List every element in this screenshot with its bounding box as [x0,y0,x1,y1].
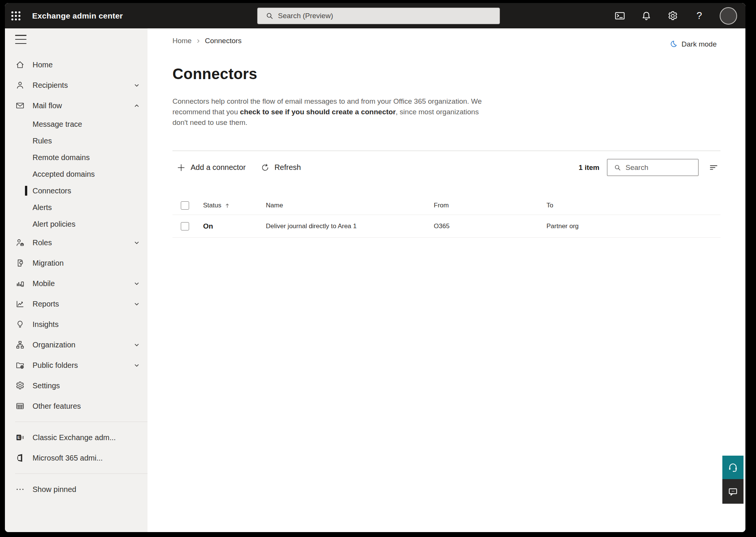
add-connector-button[interactable]: Add a connector [172,160,250,176]
page-description: Connectors help control the flow of emai… [172,96,492,128]
svg-text:E: E [17,435,20,440]
chevron-down-icon [134,301,140,307]
sidebar-divider [15,473,147,474]
sort-ascending-icon [224,202,230,209]
sidebar-item-alerts[interactable]: Alerts [5,199,147,216]
chevron-down-icon [134,82,140,89]
row-status: On [203,222,213,230]
sidebar-item-insights[interactable]: Insights [5,314,147,335]
feedback-button[interactable] [722,479,744,504]
help-icon: ? [697,10,702,22]
breadcrumb: Home Connectors [172,37,242,45]
chevron-down-icon [134,342,140,348]
sidebar-item-alert-policies[interactable]: Alert policies [5,216,147,232]
app-title: Exchange admin center [32,11,123,20]
collapse-nav-button[interactable] [15,35,26,44]
app-launcher-button[interactable] [5,3,27,28]
filter-lines-icon [708,162,719,173]
sidebar-item-mobile[interactable]: Mobile [5,273,147,294]
refresh-button[interactable]: Refresh [256,160,305,176]
feedback-bubble-icon [727,486,739,497]
microsoft365-logo-icon [15,453,25,463]
list-search-input[interactable] [626,163,694,172]
settings-button[interactable] [667,10,679,22]
sidebar-item-other-features[interactable]: Other features [5,396,147,416]
sidebar-item-home[interactable]: Home [5,54,147,75]
app-window: Exchange admin center [5,3,745,532]
migration-icon [15,258,25,268]
sidebar-item-classic-exchange-admin[interactable]: E Classic Exchange adm... [5,427,147,448]
column-header-name[interactable]: Name [259,202,427,209]
row-checkbox[interactable] [181,222,189,230]
exchange-logo-icon: E [15,433,25,442]
description-link[interactable]: check to see if you should create a conn… [240,108,396,116]
item-count: 1 item [579,163,599,172]
search-icon [613,163,622,172]
sidebar-item-connectors[interactable]: Connectors [5,182,147,199]
search-icon [265,11,274,20]
sidebar-item-migration[interactable]: Migration [5,253,147,273]
support-button[interactable] [722,456,744,479]
chevron-down-icon [134,362,140,369]
sidebar-item-reports[interactable]: Reports [5,294,147,314]
column-header-to[interactable]: To [540,202,720,209]
ellipsis-icon [15,484,25,494]
breadcrumb-home-link[interactable]: Home [172,37,192,45]
connectors-table: Status Name From To On Deliver journal d… [172,196,720,238]
terminal-button[interactable] [614,10,626,22]
breadcrumb-current: Connectors [205,37,242,45]
sidebar-divider [15,422,147,422]
global-search-box[interactable] [257,8,500,24]
help-button[interactable]: ? [693,10,705,22]
sidebar-item-show-pinned[interactable]: Show pinned [5,479,147,500]
sidebar-item-settings[interactable]: Settings [5,375,147,396]
row-to: Partner org [540,223,720,230]
moon-icon [669,40,678,49]
mail-icon [15,101,25,111]
headset-icon [727,462,739,473]
chevron-up-icon [134,103,140,109]
gear-icon [15,381,25,391]
chevron-down-icon [134,280,140,287]
person-icon [15,80,25,90]
sidebar-item-remote-domains[interactable]: Remote domains [5,149,147,166]
settings-gear-icon [667,10,678,22]
refresh-icon [260,163,270,173]
sidebar-item-roles[interactable]: Roles [5,232,147,253]
table-row[interactable]: On Deliver journal directly to Area 1 O3… [172,215,720,238]
app-launcher-icon [10,10,22,22]
sidebar-item-message-trace[interactable]: Message trace [5,116,147,132]
sidebar-item-accepted-domains[interactable]: Accepted domains [5,166,147,182]
main-content: Home Connectors Dark mode Connectors Con… [147,28,745,532]
navigation-sidebar: Home Recipients Mail flow Message trace … [5,28,147,532]
select-all-checkbox[interactable] [181,201,189,210]
sidebar-item-organization[interactable]: Organization [5,335,147,355]
notifications-button[interactable] [640,10,652,22]
row-name[interactable]: Deliver journal directly to Area 1 [259,223,427,230]
sidebar-item-mail-flow[interactable]: Mail flow [5,95,147,116]
sidebar-item-rules[interactable]: Rules [5,132,147,149]
chevron-down-icon [134,240,140,246]
column-header-from[interactable]: From [427,202,540,209]
sidebar-item-microsoft-365-admin[interactable]: Microsoft 365 admi... [5,448,147,468]
top-bar: Exchange admin center [5,3,745,28]
sidebar-item-recipients[interactable]: Recipients [5,75,147,95]
global-search-input[interactable] [278,12,495,20]
chevron-right-icon [196,38,201,44]
plus-icon [176,163,186,173]
lightbulb-icon [15,319,25,329]
column-header-status[interactable]: Status [197,202,259,209]
dark-mode-toggle[interactable]: Dark mode [669,40,717,49]
sidebar-item-public-folders[interactable]: Public folders [5,355,147,375]
list-search-box[interactable] [607,159,699,176]
list-toolbar: Add a connector Refresh 1 item [172,151,720,179]
notifications-bell-icon [641,10,652,22]
folder-globe-icon [15,360,25,370]
reports-chart-icon [15,299,25,309]
mobile-chart-icon [15,279,25,288]
floating-buttons [722,456,744,504]
account-avatar[interactable] [720,7,737,25]
table-header-row: Status Name From To [172,196,720,215]
filter-button[interactable] [707,161,720,174]
page-title: Connectors [172,65,720,82]
